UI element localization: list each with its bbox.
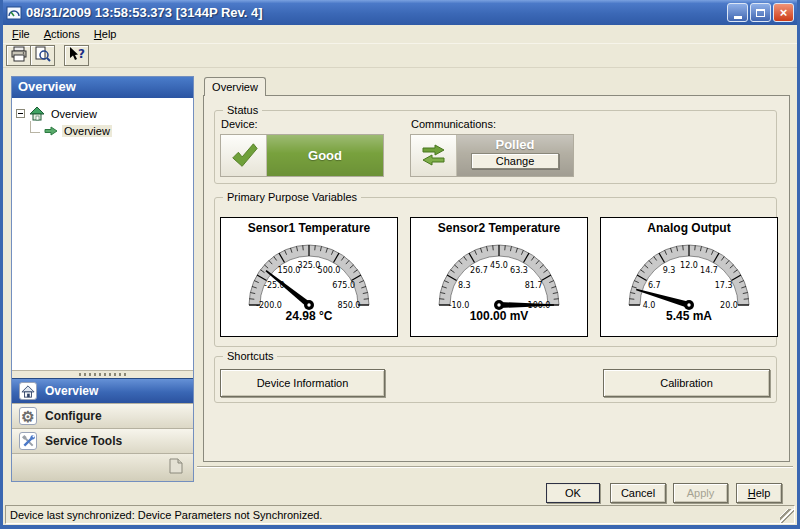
menu-file[interactable]: File: [5, 26, 37, 42]
nav-tree: Overview Overview: [12, 98, 193, 370]
toolbar: ?: [3, 44, 797, 68]
change-button[interactable]: Change: [471, 153, 559, 169]
close-button[interactable]: ×: [773, 3, 794, 22]
sync-arrows-icon: [411, 135, 457, 176]
svg-text:12.0: 12.0: [680, 261, 698, 270]
tree-node-overview[interactable]: Overview: [16, 105, 189, 122]
minimize-button[interactable]: [727, 3, 748, 22]
calibration-button[interactable]: Calibration: [603, 369, 770, 397]
apply-button[interactable]: Apply: [673, 483, 728, 503]
status-group-label: Status: [223, 104, 262, 116]
communications-label: Communications:: [411, 118, 496, 130]
shortcuts-group: Shortcuts Device Information Calibration: [214, 356, 777, 403]
device-status-value: Good: [267, 135, 383, 176]
print-preview-icon: [34, 46, 51, 66]
window-controls: ×: [727, 3, 794, 22]
status-group: Status Device: Good Communications:: [214, 110, 777, 184]
nav-overview-label: Overview: [45, 384, 98, 398]
collapse-icon[interactable]: [16, 109, 25, 118]
gauge-analog-output: Analog Output 4.06.79.312.014.717.320.0 …: [600, 217, 778, 337]
gauge-sensor2-temperature: Sensor2 Temperature -10.08.326.745.063.3…: [410, 217, 588, 337]
maximize-button[interactable]: [750, 3, 771, 22]
checkmark-icon: [221, 135, 267, 176]
sidebar-header: Overview: [12, 77, 193, 98]
svg-text:850.0: 850.0: [338, 301, 361, 310]
svg-text:-200.0: -200.0: [256, 301, 282, 310]
menu-help[interactable]: Help: [87, 26, 124, 42]
tree-node-overview-child[interactable]: Overview: [30, 122, 189, 139]
svg-text:-10.0: -10.0: [449, 301, 470, 310]
cancel-button[interactable]: Cancel: [610, 483, 666, 503]
tree-node-label[interactable]: Overview: [49, 108, 99, 120]
gauge-title: Analog Output: [601, 221, 777, 235]
gauge-dial: 4.06.79.312.014.717.320.0: [603, 235, 775, 311]
gauge-title: Sensor1 Temperature: [221, 221, 397, 235]
app-icon: [6, 5, 22, 21]
shortcuts-group-label: Shortcuts: [223, 350, 277, 362]
device-label: Device:: [221, 118, 258, 130]
context-help-button[interactable]: ?: [64, 45, 89, 66]
svg-text:675.0: 675.0: [332, 281, 355, 290]
resize-grip[interactable]: [780, 509, 794, 523]
svg-text:81.7: 81.7: [525, 281, 543, 290]
svg-text:?: ?: [78, 47, 85, 61]
gauge-value: 100.00 mV: [411, 309, 587, 323]
tab-overview[interactable]: Overview: [204, 77, 266, 96]
footer-separator: [197, 466, 793, 468]
gauge-value: 24.98 °C: [221, 309, 397, 323]
svg-text:6.7: 6.7: [648, 281, 661, 290]
statusbar: Device last synchronized: Device Paramet…: [5, 505, 795, 524]
svg-text:45.0: 45.0: [490, 261, 508, 270]
statusbar-text: Device last synchronized: Device Paramet…: [10, 509, 322, 521]
tree-node-label[interactable]: Overview: [62, 125, 112, 137]
communications-status-text: Polled: [495, 137, 534, 152]
communications-status-value: Polled Change: [457, 135, 573, 176]
print-preview-button[interactable]: [30, 45, 55, 66]
app-window: 08/31/2009 13:58:53.373 [3144P Rev. 4] ×…: [0, 0, 800, 529]
help-button[interactable]: Help: [736, 483, 782, 503]
gauge-dial: -10.08.326.745.063.381.7100.0: [413, 235, 585, 311]
titlebar: 08/31/2009 13:58:53.373 [3144P Rev. 4] ×: [3, 0, 797, 25]
print-button[interactable]: [6, 45, 31, 66]
svg-text:26.7: 26.7: [470, 266, 488, 275]
nav-service-tools-label: Service Tools: [45, 434, 122, 448]
svg-text:500.0: 500.0: [318, 266, 341, 275]
context-help-icon: ?: [68, 46, 85, 66]
nav-configure-label: Configure: [45, 409, 102, 423]
gauge-sensor1-temperature: Sensor1 Temperature -200.0-25.0150.0325.…: [220, 217, 398, 337]
device-status-widget: Good: [220, 134, 384, 177]
gauge-value: 5.45 mA: [601, 309, 777, 323]
home-icon: [29, 106, 45, 121]
window-title: 08/31/2009 13:58:53.373 [3144P Rev. 4]: [26, 5, 723, 20]
green-arrow-icon: [44, 126, 58, 136]
tree-connector: [30, 121, 40, 133]
communications-status-widget: Polled Change: [410, 134, 574, 177]
sidebar-splitter[interactable]: [12, 370, 193, 378]
menu-actions[interactable]: Actions: [37, 26, 87, 42]
svg-text:17.3: 17.3: [715, 281, 733, 290]
splitter-dots: [79, 373, 127, 376]
print-icon: [10, 46, 28, 66]
device-information-button[interactable]: Device Information: [220, 369, 385, 397]
overview-panel: Status Device: Good Communications:: [203, 95, 790, 462]
sidebar: Overview Overview: [11, 76, 194, 482]
gauge-dial: -200.0-25.0150.0325.0500.0675.0850.0: [223, 235, 395, 311]
svg-text:20.0: 20.0: [720, 301, 738, 310]
nav-configure[interactable]: ⚙ Configure: [12, 403, 193, 428]
svg-text:4.0: 4.0: [643, 301, 656, 310]
nav-service-tools[interactable]: Service Tools: [12, 428, 193, 453]
svg-text:9.3: 9.3: [663, 266, 676, 275]
home-icon: [19, 382, 37, 400]
nav-overview[interactable]: Overview: [12, 378, 193, 403]
primary-variables-group-label: Primary Purpose Variables: [223, 191, 361, 203]
svg-text:63.3: 63.3: [510, 266, 528, 275]
menubar: File Actions Help: [3, 25, 797, 44]
gauge-title: Sensor2 Temperature: [411, 221, 587, 235]
sidebar-footer: [12, 453, 193, 481]
tools-icon: [19, 432, 37, 450]
primary-variables-group: Primary Purpose Variables Sensor1 Temper…: [214, 197, 777, 347]
document-icon[interactable]: [169, 458, 183, 478]
ok-button[interactable]: OK: [546, 483, 600, 503]
svg-text:14.7: 14.7: [700, 266, 718, 275]
gear-icon: ⚙: [19, 407, 37, 425]
